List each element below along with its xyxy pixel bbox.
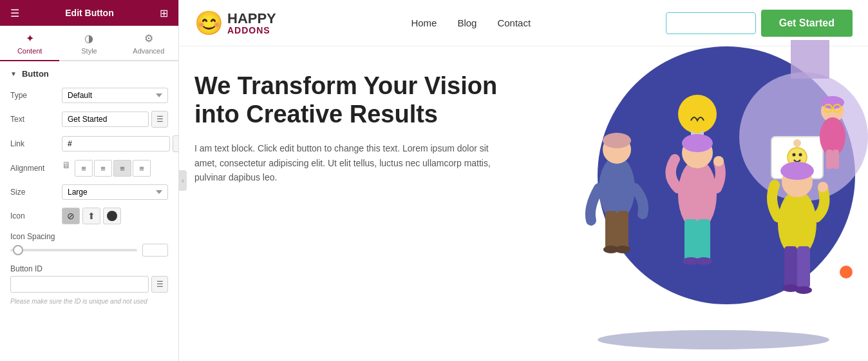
person1 xyxy=(590,133,643,253)
text-label: Text xyxy=(10,115,57,124)
icon-field-row: Icon ⊘ ⬆ xyxy=(0,204,178,228)
svg-rect-13 xyxy=(684,219,697,261)
svg-rect-14 xyxy=(697,219,710,261)
panel-header-actions: ⊞ xyxy=(160,7,168,19)
style-tab-label: Style xyxy=(81,47,97,55)
svg-point-3 xyxy=(603,133,631,148)
edit-panel: ☰ Edit Button ⊞ ✦ Content ◑ Style ⚙ Adva… xyxy=(0,0,179,361)
icon-circle-button[interactable] xyxy=(103,208,121,224)
svg-point-1 xyxy=(599,156,635,220)
align-left-button[interactable]: ≡ xyxy=(75,160,93,177)
text-control: ☰ xyxy=(62,111,168,128)
link-control: ⚙ ☰ xyxy=(62,135,178,152)
svg-point-21 xyxy=(793,153,796,157)
text-dynamic-icon[interactable]: ☰ xyxy=(151,111,168,128)
svg-rect-4 xyxy=(605,211,617,249)
logo-text: HAPPY ADDONS xyxy=(227,12,276,35)
button-id-label: Button ID xyxy=(10,264,168,273)
content-tab-label: Content xyxy=(17,47,42,55)
type-label: Type xyxy=(10,91,57,100)
button-section-header[interactable]: ▼ Button xyxy=(0,61,178,84)
icon-spacing-row: Icon Spacing xyxy=(0,228,178,260)
svg-point-30 xyxy=(818,182,828,192)
svg-point-16 xyxy=(695,257,712,265)
button-id-dynamic-icon[interactable]: ☰ xyxy=(151,276,168,293)
logo: 😊 HAPPY ADDONS xyxy=(194,12,276,35)
align-justify-button[interactable]: ≡ xyxy=(113,160,131,177)
nav-contact[interactable]: Contact xyxy=(497,17,531,28)
svg-point-23 xyxy=(778,190,816,257)
panel-header: ☰ Edit Button ⊞ xyxy=(0,0,178,26)
button-id-hint: Please make sure the ID is unique and no… xyxy=(0,297,178,305)
tab-style[interactable]: ◑ Style xyxy=(59,26,118,61)
nav-links: Home Blog Contact xyxy=(411,17,531,28)
link-label: Link xyxy=(10,139,57,148)
type-select[interactable]: Default Info Success Warning Danger xyxy=(62,88,168,103)
icon-none-button[interactable]: ⊘ xyxy=(62,208,80,224)
hero-text: We Transform Your Vision into Creative R… xyxy=(194,72,504,185)
size-label: Size xyxy=(10,188,57,197)
svg-point-19 xyxy=(793,139,801,147)
hero-body: I am text block. Click edit button to ch… xyxy=(194,141,504,184)
nav-home[interactable]: Home xyxy=(411,17,437,28)
link-input[interactable] xyxy=(62,136,170,151)
text-input[interactable] xyxy=(62,112,149,127)
svg-point-0 xyxy=(598,330,829,349)
nav-search-input[interactable] xyxy=(666,12,756,34)
alignment-control: 🖥 ≡ ≡ ≡ ≡ xyxy=(62,160,168,177)
icon-control: ⊘ ⬆ xyxy=(62,208,168,224)
logo-emoji: 😊 xyxy=(194,12,223,35)
type-field-row: Type Default Info Success Warning Danger xyxy=(0,84,178,107)
panel-collapse-handle[interactable]: ‹ xyxy=(179,170,187,191)
section-collapse-arrow: ▼ xyxy=(10,70,17,77)
type-control: Default Info Success Warning Danger xyxy=(62,88,168,103)
monitor-icon: 🖥 xyxy=(62,160,71,177)
alignment-group: 🖥 ≡ ≡ ≡ ≡ xyxy=(62,160,168,177)
svg-point-12 xyxy=(682,134,713,152)
svg-point-29 xyxy=(795,286,812,294)
svg-point-25 xyxy=(780,162,814,180)
panel-title: Edit Button xyxy=(65,8,113,18)
panel-tabs: ✦ Content ◑ Style ⚙ Advanced xyxy=(0,26,178,61)
align-right-button[interactable]: ≡ xyxy=(133,160,151,177)
nav-cta-button[interactable]: Get Started xyxy=(761,10,853,37)
hero-title: We Transform Your Vision into Creative R… xyxy=(194,72,504,128)
icon-circle-shape xyxy=(107,211,117,221)
button-id-input[interactable] xyxy=(10,276,149,293)
svg-rect-33 xyxy=(826,150,833,169)
text-field-row: Text ☰ xyxy=(0,107,178,132)
grid-icon[interactable]: ⊞ xyxy=(160,7,168,19)
svg-point-10 xyxy=(678,159,717,230)
svg-rect-27 xyxy=(797,246,810,288)
icon-spacing-track[interactable] xyxy=(10,249,137,251)
align-center-button[interactable]: ≡ xyxy=(94,160,112,177)
alignment-label: Alignment xyxy=(10,164,57,173)
tab-advanced[interactable]: ⚙ Advanced xyxy=(119,26,178,61)
content-tab-icon: ✦ xyxy=(26,32,34,44)
tab-content[interactable]: ✦ Content xyxy=(0,26,59,61)
nav-blog[interactable]: Blog xyxy=(457,17,476,28)
icon-spacing-label: Icon Spacing xyxy=(10,232,168,241)
svg-rect-26 xyxy=(784,246,797,288)
hamburger-icon[interactable]: ☰ xyxy=(10,7,19,19)
alignment-field-row: Alignment 🖥 ≡ ≡ ≡ ≡ xyxy=(0,156,178,180)
link-settings-icon[interactable]: ⚙ xyxy=(173,135,178,152)
icon-spacing-control xyxy=(10,244,168,257)
icon-spacing-input[interactable] xyxy=(142,244,168,257)
person2 xyxy=(671,95,724,265)
icon-label: Icon xyxy=(10,211,57,220)
icon-upload-button[interactable]: ⬆ xyxy=(82,208,100,224)
illustration-svg xyxy=(565,85,862,343)
advanced-tab-label: Advanced xyxy=(133,47,164,55)
advanced-tab-icon: ⚙ xyxy=(144,32,153,44)
nav-actions: Get Started xyxy=(666,10,853,37)
size-control: Extra Small Small Medium Large Extra Lar… xyxy=(62,184,168,200)
panel-body: ▼ Button Type Default Info Success Warni… xyxy=(0,61,178,361)
logo-happy: HAPPY xyxy=(227,12,276,26)
icon-spacing-thumb[interactable] xyxy=(13,245,23,255)
right-content: 😊 HAPPY ADDONS Home Blog Contact Get Sta… xyxy=(179,0,868,361)
size-select[interactable]: Extra Small Small Medium Large Extra Lar… xyxy=(62,184,168,200)
hero-section: We Transform Your Vision into Creative R… xyxy=(179,46,868,185)
style-tab-icon: ◑ xyxy=(84,32,93,44)
svg-rect-5 xyxy=(617,211,628,249)
